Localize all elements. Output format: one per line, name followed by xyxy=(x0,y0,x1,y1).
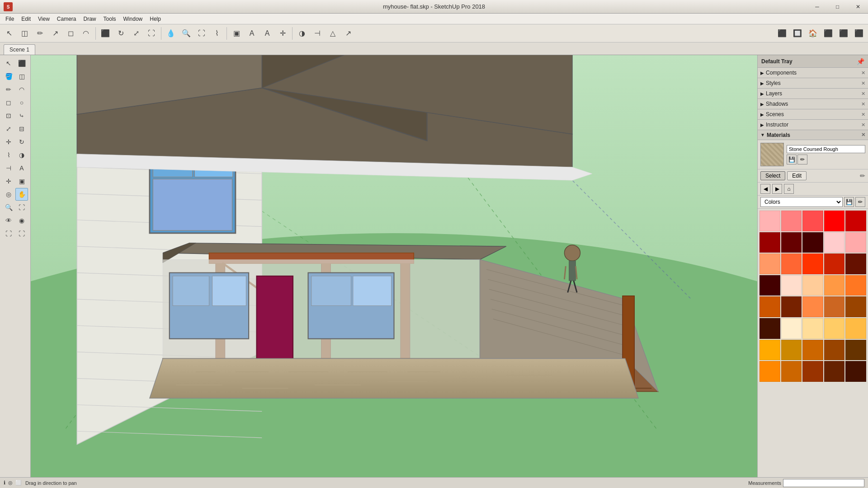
toolbar-btn-13[interactable]: ⌇ xyxy=(210,26,224,41)
toolbar-btn-3[interactable]: ↗ xyxy=(48,26,62,41)
color-swatch-39[interactable] xyxy=(845,361,866,382)
lt-btn-axes[interactable]: ✛ xyxy=(2,175,15,188)
color-swatch-8[interactable] xyxy=(824,232,845,253)
close-button[interactable]: ✕ xyxy=(848,0,868,14)
color-swatch-22[interactable] xyxy=(802,296,823,317)
lt-btn-follow-me[interactable]: ⤷ xyxy=(15,109,28,122)
lt-btn-pan[interactable]: ✋ xyxy=(15,188,28,201)
lt-btn-push-pull[interactable]: ⊡ xyxy=(2,109,15,122)
components-close-icon[interactable]: ✕ xyxy=(861,70,865,76)
toolbar-btn-20[interactable]: △ xyxy=(326,26,340,41)
color-swatch-38[interactable] xyxy=(824,361,845,382)
color-swatch-0[interactable] xyxy=(760,211,780,231)
color-swatch-3[interactable] xyxy=(824,211,845,231)
color-swatch-16[interactable] xyxy=(781,275,802,296)
color-swatch-29[interactable] xyxy=(845,318,866,339)
toolbar-btn-7[interactable]: ↻ xyxy=(113,26,128,41)
toolbar-btn-9[interactable]: ⛶ xyxy=(144,26,159,41)
toolbar-btn-11[interactable]: 🔍 xyxy=(179,26,193,41)
view-back-btn[interactable]: ⬛ xyxy=(836,26,851,41)
menu-camera[interactable]: Camera xyxy=(53,15,80,23)
shadows-close-icon[interactable]: ✕ xyxy=(861,101,865,107)
edit-tab[interactable]: Edit xyxy=(787,171,807,180)
lt-btn-arc[interactable]: ◠ xyxy=(15,83,28,96)
lt-btn-protractor[interactable]: ◑ xyxy=(15,149,28,161)
lt-btn-rotate[interactable]: ↻ xyxy=(15,136,28,148)
toolbar-btn-21[interactable]: ↗ xyxy=(341,26,355,41)
lt-btn-zoom[interactable]: 🔍 xyxy=(2,201,15,214)
color-swatch-37[interactable] xyxy=(802,361,823,382)
color-swatch-35[interactable] xyxy=(760,361,780,382)
nav-home-btn[interactable]: ⌂ xyxy=(784,184,794,194)
lt-btn-section[interactable]: ▣ xyxy=(15,175,28,188)
tray-pin-icon[interactable]: 📌 xyxy=(857,58,864,65)
toolbar-btn-14[interactable]: ▣ xyxy=(229,26,244,41)
layers-close-icon[interactable]: ✕ xyxy=(861,91,865,97)
edit-pencil-icon[interactable]: ✏ xyxy=(860,172,865,179)
color-swatch-28[interactable] xyxy=(824,318,845,339)
instructor-close-icon[interactable]: ✕ xyxy=(861,122,865,128)
view-left-btn[interactable]: ⬛ xyxy=(852,26,866,41)
scenes-close-icon[interactable]: ✕ xyxy=(861,112,865,117)
color-swatch-6[interactable] xyxy=(781,232,802,253)
toolbar-btn-12[interactable]: ⛶ xyxy=(194,26,209,41)
toolbar-btn-2[interactable]: ✏ xyxy=(33,26,47,41)
scenes-header[interactable]: ▶ Scenes ✕ xyxy=(758,109,868,119)
menu-view[interactable]: View xyxy=(34,15,53,23)
color-swatch-34[interactable] xyxy=(845,340,866,361)
lt-btn-walk[interactable]: ⛶ xyxy=(2,227,15,240)
color-swatch-4[interactable] xyxy=(845,211,866,231)
color-swatch-18[interactable] xyxy=(824,275,845,296)
toolbar-btn-19[interactable]: ⊣ xyxy=(310,26,325,41)
view-right-btn[interactable]: ⬛ xyxy=(821,26,835,41)
color-swatch-33[interactable] xyxy=(824,340,845,361)
lt-btn-rectangle[interactable]: ◻ xyxy=(2,96,15,109)
menu-tools[interactable]: Tools xyxy=(100,15,120,23)
material-save-btn[interactable]: 💾 xyxy=(787,155,797,164)
view-front-btn[interactable]: 🏠 xyxy=(806,26,820,41)
lt-btn-eraser[interactable]: ◫ xyxy=(15,70,28,83)
minimize-button[interactable]: ─ xyxy=(807,0,827,14)
toolbar-btn-18[interactable]: ◑ xyxy=(295,26,309,41)
maximize-button[interactable]: □ xyxy=(827,0,848,14)
color-swatch-15[interactable] xyxy=(760,275,780,296)
toolbar-btn-15[interactable]: A xyxy=(245,26,259,41)
instructor-header[interactable]: ▶ Instructor ✕ xyxy=(758,120,868,130)
color-swatch-11[interactable] xyxy=(781,253,802,274)
menu-file[interactable]: File xyxy=(2,15,18,23)
material-name-input[interactable] xyxy=(787,145,865,153)
measurements-input[interactable] xyxy=(783,479,864,487)
toolbar-btn-4[interactable]: ◻ xyxy=(63,26,78,41)
color-swatch-2[interactable] xyxy=(802,211,823,231)
lt-btn-circle[interactable]: ○ xyxy=(15,96,28,109)
components-header[interactable]: ▶ Components ✕ xyxy=(758,68,868,78)
color-swatch-20[interactable] xyxy=(760,296,780,317)
toolbar-btn-8[interactable]: ⤢ xyxy=(129,26,143,41)
color-swatch-13[interactable] xyxy=(824,253,845,274)
lt-btn-text[interactable]: A xyxy=(15,162,28,174)
menu-draw[interactable]: Draw xyxy=(80,15,100,23)
menu-window[interactable]: Window xyxy=(120,15,146,23)
toolbar-btn-0[interactable]: ↖ xyxy=(2,26,16,41)
materials-header[interactable]: ▼ Materials ✕ xyxy=(758,130,868,140)
color-swatch-7[interactable] xyxy=(802,232,823,253)
toolbar-btn-5[interactable]: ◠ xyxy=(79,26,93,41)
toolbar-btn-10[interactable]: 💧 xyxy=(164,26,178,41)
color-swatch-32[interactable] xyxy=(802,340,823,361)
styles-close-icon[interactable]: ✕ xyxy=(861,80,865,86)
colors-dropdown[interactable]: Colors xyxy=(760,197,843,207)
lt-btn-paint-bucket[interactable]: 🪣 xyxy=(2,70,15,83)
color-swatch-30[interactable] xyxy=(760,340,780,361)
layers-header[interactable]: ▶ Layers ✕ xyxy=(758,89,868,99)
color-swatch-25[interactable] xyxy=(760,318,780,339)
color-swatch-1[interactable] xyxy=(781,211,802,231)
color-swatch-27[interactable] xyxy=(802,318,823,339)
menu-edit[interactable]: Edit xyxy=(18,15,34,23)
material-sample-btn[interactable]: ✏ xyxy=(797,155,807,164)
lt-btn-extra[interactable]: ⛶ xyxy=(15,227,28,240)
select-tab[interactable]: Select xyxy=(760,171,785,180)
toolbar-btn-1[interactable]: ◫ xyxy=(17,26,32,41)
color-swatch-10[interactable] xyxy=(760,253,780,274)
color-swatch-21[interactable] xyxy=(781,296,802,317)
toolbar-btn-17[interactable]: ✛ xyxy=(275,26,290,41)
